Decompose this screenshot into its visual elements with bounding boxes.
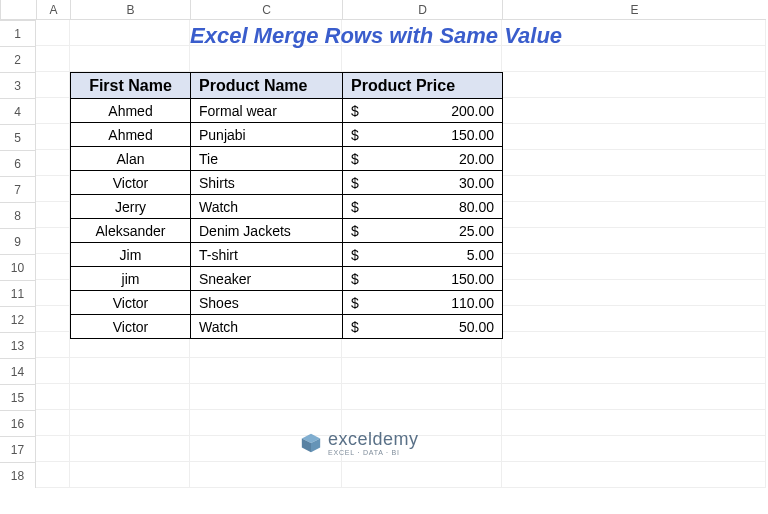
price-value: 80.00 — [459, 199, 494, 215]
cell-product-name[interactable]: Shoes — [191, 291, 343, 315]
cell-product-price[interactable]: $5.00 — [343, 243, 503, 267]
cell-first-name[interactable]: Aleksander — [71, 219, 191, 243]
table-row: VictorShirts$30.00 — [71, 171, 503, 195]
cell-product-name[interactable]: Formal wear — [191, 99, 343, 123]
table-header-row: First Name Product Name Product Price — [71, 73, 503, 99]
cube-icon — [300, 432, 322, 454]
data-table: First Name Product Name Product Price Ah… — [70, 72, 503, 339]
cell-first-name[interactable]: Victor — [71, 171, 191, 195]
cell-product-price[interactable]: $20.00 — [343, 147, 503, 171]
page-title: Excel Merge Rows with Same Value — [190, 23, 562, 49]
row-header-16[interactable]: 16 — [0, 410, 36, 436]
currency-symbol: $ — [351, 103, 359, 119]
row-header-12[interactable]: 12 — [0, 306, 36, 332]
row-header-1[interactable]: 1 — [0, 20, 36, 46]
cell-product-name[interactable]: Denim Jackets — [191, 219, 343, 243]
cell-product-name[interactable]: Tie — [191, 147, 343, 171]
cell-first-name[interactable]: Victor — [71, 315, 191, 339]
cell-product-price[interactable]: $25.00 — [343, 219, 503, 243]
cell-product-price[interactable]: $80.00 — [343, 195, 503, 219]
cell-first-name[interactable]: Alan — [71, 147, 191, 171]
row-header-10[interactable]: 10 — [0, 254, 36, 280]
cell-first-name[interactable]: jim — [71, 267, 191, 291]
column-headers: A B C D E — [0, 0, 766, 20]
select-all-corner[interactable] — [0, 0, 36, 20]
row-header-2[interactable]: 2 — [0, 46, 36, 72]
currency-symbol: $ — [351, 295, 359, 311]
table-row: VictorWatch$50.00 — [71, 315, 503, 339]
col-header-A[interactable]: A — [36, 0, 70, 20]
currency-symbol: $ — [351, 151, 359, 167]
table-row: AleksanderDenim Jackets$25.00 — [71, 219, 503, 243]
logo-text: exceldemy — [328, 430, 419, 448]
cell-product-price[interactable]: $150.00 — [343, 123, 503, 147]
currency-symbol: $ — [351, 223, 359, 239]
logo-subtext: EXCEL · DATA · BI — [328, 449, 419, 456]
cell-product-name[interactable]: Punjabi — [191, 123, 343, 147]
cell-product-price[interactable]: $30.00 — [343, 171, 503, 195]
cell-product-name[interactable]: Watch — [191, 315, 343, 339]
cell-product-price[interactable]: $50.00 — [343, 315, 503, 339]
cell-first-name[interactable]: Jerry — [71, 195, 191, 219]
price-value: 150.00 — [451, 127, 494, 143]
col-header-C[interactable]: C — [190, 0, 342, 20]
table-row: AhmedFormal wear$200.00 — [71, 99, 503, 123]
cell-first-name[interactable]: Ahmed — [71, 99, 191, 123]
table-row: JimT-shirt$5.00 — [71, 243, 503, 267]
row-header-9[interactable]: 9 — [0, 228, 36, 254]
spreadsheet-grid: A B C D E 123456789101112131415161718 Ex… — [0, 0, 768, 514]
table-row: AlanTie$20.00 — [71, 147, 503, 171]
header-product-price[interactable]: Product Price — [343, 73, 503, 99]
row-header-18[interactable]: 18 — [0, 462, 36, 488]
cell-product-price[interactable]: $200.00 — [343, 99, 503, 123]
price-value: 30.00 — [459, 175, 494, 191]
table-row: jimSneaker$150.00 — [71, 267, 503, 291]
table-row: VictorShoes$110.00 — [71, 291, 503, 315]
cell-first-name[interactable]: Jim — [71, 243, 191, 267]
row-header-13[interactable]: 13 — [0, 332, 36, 358]
price-value: 150.00 — [451, 271, 494, 287]
cell-product-price[interactable]: $150.00 — [343, 267, 503, 291]
table-row: JerryWatch$80.00 — [71, 195, 503, 219]
cell-product-price[interactable]: $110.00 — [343, 291, 503, 315]
currency-symbol: $ — [351, 175, 359, 191]
currency-symbol: $ — [351, 271, 359, 287]
currency-symbol: $ — [351, 319, 359, 335]
row-header-11[interactable]: 11 — [0, 280, 36, 306]
currency-symbol: $ — [351, 199, 359, 215]
price-value: 5.00 — [467, 247, 494, 263]
cell-product-name[interactable]: T-shirt — [191, 243, 343, 267]
cell-product-name[interactable]: Watch — [191, 195, 343, 219]
table-row: AhmedPunjabi$150.00 — [71, 123, 503, 147]
col-header-B[interactable]: B — [70, 0, 190, 20]
cell-product-name[interactable]: Shirts — [191, 171, 343, 195]
price-value: 25.00 — [459, 223, 494, 239]
price-value: 110.00 — [451, 295, 494, 311]
header-first-name[interactable]: First Name — [71, 73, 191, 99]
price-value: 20.00 — [459, 151, 494, 167]
row-header-17[interactable]: 17 — [0, 436, 36, 462]
row-header-5[interactable]: 5 — [0, 124, 36, 150]
price-value: 200.00 — [451, 103, 494, 119]
cell-first-name[interactable]: Ahmed — [71, 123, 191, 147]
cell-first-name[interactable]: Victor — [71, 291, 191, 315]
row-header-7[interactable]: 7 — [0, 176, 36, 202]
row-header-15[interactable]: 15 — [0, 384, 36, 410]
price-value: 50.00 — [459, 319, 494, 335]
watermark-logo: exceldemy EXCEL · DATA · BI — [300, 430, 419, 456]
header-product-name[interactable]: Product Name — [191, 73, 343, 99]
currency-symbol: $ — [351, 247, 359, 263]
currency-symbol: $ — [351, 127, 359, 143]
row-header-6[interactable]: 6 — [0, 150, 36, 176]
row-header-3[interactable]: 3 — [0, 72, 36, 98]
row-header-8[interactable]: 8 — [0, 202, 36, 228]
row-headers: 123456789101112131415161718 — [0, 20, 36, 488]
row-header-4[interactable]: 4 — [0, 98, 36, 124]
col-header-E[interactable]: E — [502, 0, 766, 20]
row-header-14[interactable]: 14 — [0, 358, 36, 384]
cell-product-name[interactable]: Sneaker — [191, 267, 343, 291]
col-header-D[interactable]: D — [342, 0, 502, 20]
